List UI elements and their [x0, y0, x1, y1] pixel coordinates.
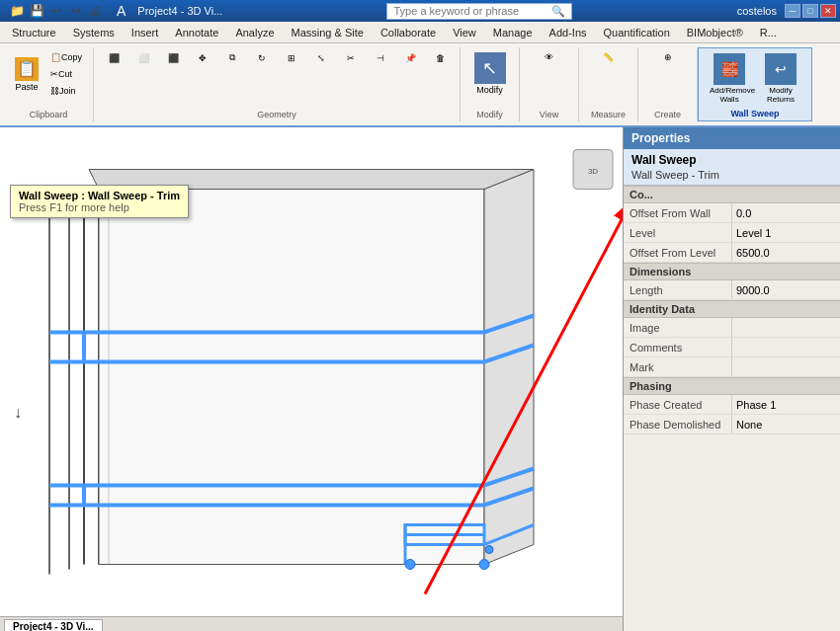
- menu-view[interactable]: View: [445, 25, 484, 40]
- prop-value-image[interactable]: [732, 318, 840, 337]
- section-phasing: Phasing: [624, 377, 840, 395]
- ribbon-group-wall-sweep: 🧱 Add/Remove Walls ↩ Modify Returns Wall…: [698, 47, 812, 121]
- menu-analyze[interactable]: Analyze: [227, 25, 282, 40]
- menu-manage[interactable]: Manage: [485, 25, 541, 40]
- prop-label-length: Length: [624, 280, 732, 299]
- type-subname: Wall Sweep - Trim: [631, 169, 832, 181]
- viewport[interactable]: 3D ↓ Wall Sweep : Wall Sweep - Trim Pres…: [0, 127, 623, 631]
- type-selector[interactable]: Wall Sweep Wall Sweep - Trim: [624, 149, 840, 186]
- qa-print-btn[interactable]: 🖨: [87, 2, 105, 20]
- view-tab-3d[interactable]: Project4 - 3D Vi...: [4, 619, 103, 631]
- menu-systems[interactable]: Systems: [65, 25, 123, 40]
- clipboard-buttons: 📋 Paste 📋 Copy ✂ Cut ⛓ Join: [10, 49, 87, 99]
- prop-value-offset-wall[interactable]: 0.0: [732, 203, 840, 222]
- search-bar[interactable]: 🔍: [386, 3, 572, 20]
- menu-bar: Structure Systems Insert Annotate Analyz…: [0, 22, 840, 43]
- prop-comments: Comments: [624, 338, 840, 357]
- menu-quantification[interactable]: Quantification: [596, 25, 678, 40]
- prop-value-phase-demolished[interactable]: None: [732, 415, 840, 434]
- align-icon: ⬛: [109, 53, 120, 63]
- ribbon-group-clipboard: 📋 Paste 📋 Copy ✂ Cut ⛓ Join Clipboard: [4, 47, 94, 121]
- join-btn[interactable]: ⛓ Join: [45, 83, 87, 99]
- join-icon: ⛓: [50, 86, 59, 96]
- prop-offset-from-wall: Offset From Wall 0.0: [624, 203, 840, 223]
- modify-returns-btn[interactable]: ↩ Modify Returns: [756, 50, 805, 107]
- copy-btn[interactable]: 📋 Copy: [45, 49, 87, 65]
- prop-label-phase-demolished: Phase Demolished: [624, 415, 732, 434]
- prop-label-level: Level: [624, 223, 732, 242]
- prop-value-level[interactable]: Level 1: [732, 223, 840, 242]
- rotate-icon: ↻: [258, 53, 266, 63]
- align-btn[interactable]: ⬛: [100, 50, 127, 66]
- minimize-btn[interactable]: ─: [785, 4, 800, 18]
- view-btn[interactable]: 👁: [536, 49, 563, 65]
- direction-arrow: ↓: [14, 404, 22, 422]
- svg-point-25: [405, 560, 415, 570]
- search-input[interactable]: [393, 5, 551, 17]
- prop-value-comments[interactable]: [732, 338, 840, 356]
- mirror-btn[interactable]: ⬛: [159, 50, 187, 66]
- prop-value-offset-level[interactable]: 6500.0: [732, 243, 840, 262]
- cut-btn[interactable]: ✂ Cut: [45, 66, 87, 82]
- paste-btn[interactable]: 📋 Paste: [10, 54, 43, 95]
- menu-bimobject[interactable]: BIMobject®: [679, 25, 751, 40]
- geometry-label: Geometry: [257, 108, 296, 119]
- split-btn[interactable]: ⊣: [367, 50, 394, 66]
- menu-r[interactable]: R...: [752, 25, 785, 40]
- svg-marker-8: [484, 170, 534, 565]
- qa-save-btn[interactable]: 💾: [28, 2, 45, 20]
- scale-btn[interactable]: ⤡: [307, 50, 335, 66]
- menu-collaborate[interactable]: Collaborate: [373, 25, 444, 40]
- qa-undo-btn[interactable]: ↩: [47, 2, 65, 20]
- title-right: costelos ─ □ ✕: [737, 4, 836, 18]
- geometry-buttons: ⬛ ⬜ ⬛ ✥ ⧉ ↻ ⊞ ⤡ ✂ ⊣ 📌 🗑: [100, 49, 454, 66]
- menu-addins[interactable]: Add-Ins: [542, 25, 595, 40]
- qa-redo-btn[interactable]: ↪: [67, 2, 85, 20]
- create-label: Create: [654, 108, 681, 119]
- menu-structure[interactable]: Structure: [4, 25, 64, 40]
- modify-label: Modify: [476, 108, 503, 119]
- pin-btn[interactable]: 📌: [396, 50, 424, 66]
- pin-icon: 📌: [405, 53, 416, 63]
- view-tabs: Project4 - 3D Vi...: [0, 616, 623, 631]
- svg-text:3D: 3D: [588, 167, 598, 176]
- measure-btn[interactable]: 📏: [595, 49, 623, 65]
- prop-label-image: Image: [624, 318, 732, 337]
- menu-insert[interactable]: Insert: [124, 25, 167, 40]
- prop-value-length[interactable]: 9000.0: [732, 280, 840, 299]
- qa-open-btn[interactable]: 📁: [8, 2, 26, 20]
- prop-label-offset-level: Offset From Level: [624, 243, 732, 262]
- menu-massing[interactable]: Massing & Site: [284, 25, 372, 40]
- select-btn[interactable]: ↖ Modify: [469, 49, 511, 98]
- modify-returns-icon: ↩: [765, 53, 797, 85]
- add-remove-walls-btn[interactable]: 🧱 Add/Remove Walls: [705, 50, 754, 107]
- view-icon: 👁: [545, 52, 553, 62]
- title-bar-left: 📁 💾 ↩ ↪ 🖨 A Project4 - 3D Vi...: [4, 2, 222, 20]
- add-remove-walls-icon: 🧱: [714, 53, 745, 85]
- prop-value-mark[interactable]: [732, 357, 840, 376]
- rotate-btn[interactable]: ↻: [248, 50, 276, 66]
- prop-offset-from-level: Offset From Level 6500.0: [624, 243, 840, 263]
- array-btn[interactable]: ⊞: [278, 50, 305, 66]
- maximize-btn[interactable]: □: [802, 4, 818, 18]
- prop-label-offset-wall: Offset From Wall: [624, 203, 732, 222]
- prop-label-mark: Mark: [624, 357, 732, 376]
- menu-annotate[interactable]: Annotate: [167, 25, 226, 40]
- app-icon: A: [117, 3, 126, 19]
- delete-icon: 🗑: [436, 53, 445, 63]
- trim-btn[interactable]: ✂: [337, 50, 365, 66]
- measure-label: Measure: [591, 108, 626, 119]
- type-name: Wall Sweep: [631, 153, 832, 167]
- paste-icon: 📋: [15, 57, 39, 81]
- copy2-btn[interactable]: ⧉: [218, 49, 246, 66]
- move-btn[interactable]: ✥: [189, 50, 216, 66]
- create-btn[interactable]: ⊕: [654, 49, 682, 65]
- view-label: View: [540, 108, 558, 119]
- scale-icon: ⤡: [317, 53, 325, 63]
- modify-buttons: ↖ Modify: [469, 49, 511, 98]
- copy-icon: 📋: [50, 52, 61, 62]
- close-btn[interactable]: ✕: [820, 4, 836, 18]
- delete-btn[interactable]: 🗑: [426, 50, 454, 66]
- prop-value-phase-created[interactable]: Phase 1: [732, 395, 840, 414]
- offset-btn[interactable]: ⬜: [129, 50, 157, 66]
